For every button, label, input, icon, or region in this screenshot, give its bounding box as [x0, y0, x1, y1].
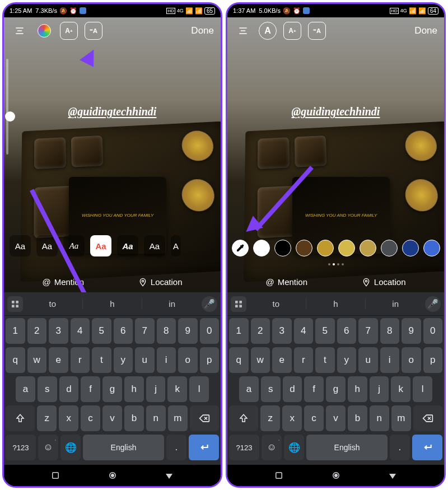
- key-m[interactable]: m: [168, 405, 188, 431]
- enter-key[interactable]: [412, 435, 442, 460]
- language-key[interactable]: 🌐: [60, 435, 81, 460]
- color-swatch-white[interactable]: [253, 240, 270, 256]
- shift-key[interactable]: [6, 405, 35, 431]
- suggestion-2[interactable]: in: [368, 299, 423, 309]
- key-k[interactable]: k: [391, 376, 410, 402]
- keyboard-apps-icon[interactable]: [7, 296, 23, 312]
- key-x[interactable]: x: [282, 405, 302, 431]
- color-swatch-black[interactable]: [274, 240, 291, 256]
- key-b[interactable]: b: [348, 405, 367, 431]
- key-s[interactable]: s: [261, 376, 281, 402]
- shift-key[interactable]: [229, 405, 258, 431]
- color-swatch-blue[interactable]: [423, 240, 440, 256]
- home-button[interactable]: [108, 470, 118, 480]
- align-button[interactable]: [11, 22, 29, 40]
- key-q[interactable]: q: [6, 347, 25, 373]
- key-o[interactable]: o: [402, 347, 421, 373]
- mention-suggestion[interactable]: @ Mention: [265, 277, 307, 287]
- key-a[interactable]: a: [16, 376, 35, 402]
- location-suggestion[interactable]: Location: [362, 277, 406, 287]
- key-e[interactable]: e: [49, 347, 68, 373]
- key-f[interactable]: f: [81, 376, 100, 402]
- key-j[interactable]: j: [370, 376, 389, 402]
- eyedropper-button[interactable]: [232, 240, 249, 256]
- align-button[interactable]: [234, 22, 252, 40]
- key-j[interactable]: j: [146, 376, 166, 402]
- suggestion-1[interactable]: h: [309, 299, 363, 309]
- symbols-key[interactable]: ?123: [229, 435, 259, 460]
- key-c[interactable]: c: [304, 405, 324, 431]
- key-y[interactable]: y: [114, 347, 133, 373]
- back-button[interactable]: [388, 470, 398, 480]
- key-4[interactable]: 4: [71, 318, 90, 344]
- font-option-0[interactable]: Aa: [10, 235, 31, 256]
- key-6[interactable]: 6: [337, 318, 357, 344]
- key-8[interactable]: 8: [380, 318, 400, 344]
- done-button[interactable]: Done: [414, 25, 437, 36]
- key-v[interactable]: v: [102, 405, 122, 431]
- key-c[interactable]: c: [81, 405, 100, 431]
- key-g[interactable]: g: [326, 376, 346, 402]
- key-t[interactable]: t: [315, 347, 335, 373]
- font-option-4[interactable]: Aa: [117, 235, 138, 256]
- key-d[interactable]: d: [283, 376, 302, 402]
- suggestion-1[interactable]: h: [85, 299, 140, 309]
- key-m[interactable]: m: [391, 405, 411, 431]
- text-size-slider[interactable]: [6, 59, 8, 155]
- recents-button[interactable]: [274, 470, 284, 480]
- key-6[interactable]: 6: [114, 318, 133, 344]
- key-r[interactable]: r: [71, 347, 90, 373]
- key-v[interactable]: v: [326, 405, 346, 431]
- key-t[interactable]: t: [92, 347, 111, 373]
- key-r[interactable]: r: [294, 347, 314, 373]
- voice-input-icon[interactable]: 🎤: [425, 296, 441, 312]
- period-key[interactable]: .: [166, 435, 186, 460]
- enter-key[interactable]: [189, 435, 219, 460]
- back-button[interactable]: [164, 470, 174, 480]
- key-i[interactable]: i: [380, 347, 400, 373]
- emoji-key[interactable]: ,☺: [262, 435, 282, 460]
- suggestion-0[interactable]: to: [25, 299, 80, 309]
- key-9[interactable]: 9: [178, 318, 198, 344]
- key-5[interactable]: 5: [92, 318, 111, 344]
- key-z[interactable]: z: [260, 405, 280, 431]
- suggestion-2[interactable]: in: [144, 299, 199, 309]
- key-w[interactable]: w: [251, 347, 270, 373]
- key-0[interactable]: 0: [200, 318, 220, 344]
- space-key[interactable]: English: [306, 435, 387, 460]
- key-x[interactable]: x: [59, 405, 78, 431]
- key-e[interactable]: e: [272, 347, 292, 373]
- key-1[interactable]: 1: [229, 318, 249, 344]
- color-wheel-button[interactable]: [35, 22, 53, 40]
- mention-text[interactable]: @guidingtechhindi: [292, 105, 380, 118]
- home-button[interactable]: [331, 470, 341, 480]
- font-option-5[interactable]: Aa: [144, 235, 165, 256]
- key-q[interactable]: q: [229, 347, 249, 373]
- story-canvas[interactable]: WISHING YOU AND YOUR FAMILY A A+ ⁼A Done…: [227, 17, 444, 292]
- key-h[interactable]: h: [348, 376, 367, 402]
- key-3[interactable]: 3: [272, 318, 292, 344]
- key-7[interactable]: 7: [358, 318, 378, 344]
- backspace-key[interactable]: [413, 405, 442, 431]
- color-swatch-gold2[interactable]: [338, 240, 355, 256]
- key-5[interactable]: 5: [315, 318, 335, 344]
- voice-input-icon[interactable]: 🎤: [202, 296, 217, 312]
- key-u[interactable]: u: [358, 347, 378, 373]
- key-p[interactable]: p: [423, 347, 443, 373]
- space-key[interactable]: English: [83, 435, 164, 460]
- key-a[interactable]: a: [239, 376, 259, 402]
- font-option-3[interactable]: Aa: [90, 235, 111, 256]
- font-picker[interactable]: Aa Aa Aa Aa Aa Aa A: [4, 235, 221, 256]
- done-button[interactable]: Done: [191, 25, 214, 36]
- key-b[interactable]: b: [124, 405, 144, 431]
- key-u[interactable]: u: [135, 347, 155, 373]
- text-style-button[interactable]: A: [259, 22, 277, 40]
- language-key[interactable]: 🌐: [284, 435, 304, 460]
- keyboard-apps-icon[interactable]: [231, 296, 246, 312]
- key-3[interactable]: 3: [49, 318, 68, 344]
- color-swatch-gold3[interactable]: [360, 240, 376, 256]
- key-0[interactable]: 0: [423, 318, 443, 344]
- slider-thumb[interactable]: [5, 111, 15, 122]
- color-swatch-gray[interactable]: [381, 240, 398, 256]
- key-n[interactable]: n: [146, 405, 166, 431]
